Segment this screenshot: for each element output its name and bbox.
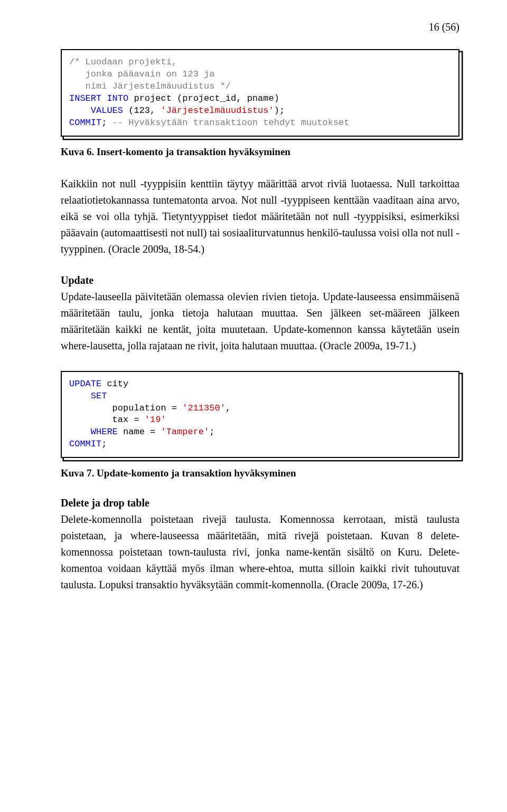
code-string: '19' (145, 415, 166, 425)
code-keyword: SET (91, 391, 107, 401)
document-page: 16 (56) /* Luodaan projekti, jonka pääav… (0, 0, 507, 625)
section-heading-delete: Delete ja drop table (61, 497, 459, 509)
code-string: 'Tampere' (161, 427, 209, 437)
code-comment: jonka pääavain on 123 ja (69, 69, 214, 79)
code-text: population = (69, 403, 182, 413)
code-text: city (101, 379, 128, 389)
body-paragraph: Delete-komennolla poistetaan rivejä taul… (61, 511, 459, 593)
code-keyword: INSERT (69, 93, 101, 103)
code-text: ; (101, 439, 107, 449)
body-paragraph: Kaikkiin not null -tyyppisiin kenttiin t… (61, 176, 459, 257)
code-comment: -- Hyväksytään transaktioon tehdyt muuto… (107, 118, 349, 128)
code-keyword: VALUES (91, 106, 123, 116)
code-text: project (project_id, pname) (128, 93, 279, 103)
section-heading-update: Update (61, 274, 459, 286)
code-comment: nimi Järjestelmäuudistus */ (69, 81, 231, 91)
code-keyword: COMMIT (69, 439, 101, 449)
code-comment: /* Luodaan projekti, (69, 57, 177, 67)
code-keyword: UPDATE (69, 379, 101, 389)
figure-caption-7: Kuva 7. Update-komento ja transaktion hy… (61, 467, 459, 479)
code-keyword: WHERE (91, 427, 118, 437)
code-block-insert: /* Luodaan projekti, jonka pääavain on 1… (61, 49, 459, 137)
code-text: ; (209, 427, 214, 437)
code-string: '211350' (182, 403, 226, 413)
code-string: 'Järjestelmäuudistus' (161, 106, 274, 116)
body-paragraph: Update-lauseella päivitetään olemassa ol… (61, 289, 459, 354)
figure-caption-6: Kuva 6. Insert-komento ja transaktion hy… (61, 146, 459, 158)
code-text: ; (101, 118, 107, 128)
page-number: 16 (56) (61, 21, 459, 33)
code-text: ); (274, 106, 285, 116)
code-block-update: UPDATE city SET population = '211350', t… (61, 371, 459, 458)
code-keyword: COMMIT (69, 118, 101, 128)
code-text: , (226, 403, 231, 413)
code-text: name = (118, 427, 161, 437)
code-text: tax = (69, 415, 145, 425)
code-keyword: INTO (107, 93, 128, 103)
code-text: (123, (123, 106, 161, 116)
